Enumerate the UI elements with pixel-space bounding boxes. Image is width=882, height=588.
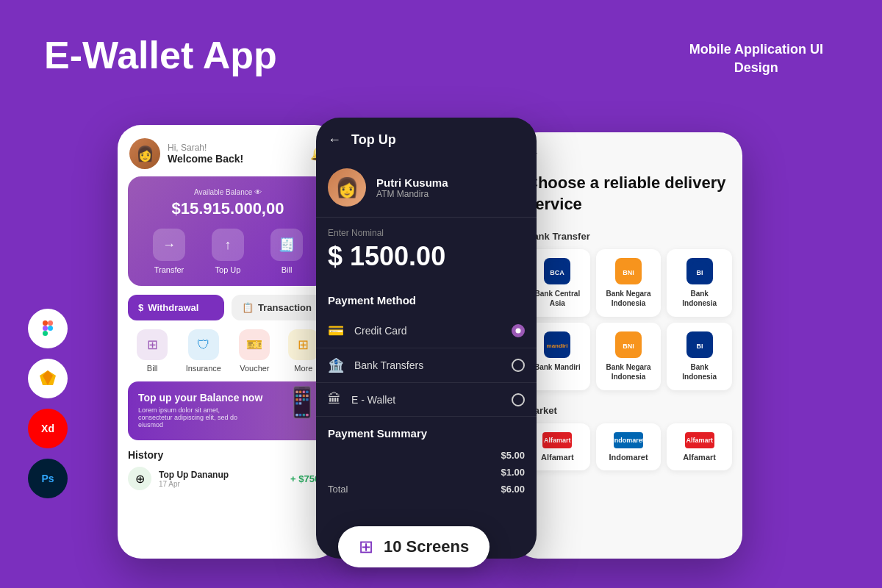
menu-row: ⊞ Bill 🛡 Insurance 🎫 Voucher ⊞ More xyxy=(128,329,328,373)
menu-more[interactable]: ⊞ More xyxy=(288,329,319,373)
svg-text:BCA: BCA xyxy=(551,269,565,276)
summary-value-total: $6.00 xyxy=(501,484,525,495)
sketch-icon xyxy=(28,359,68,398)
history-item: ⊕ Top Up Dananup 17 Apr + $750,0 xyxy=(128,467,328,490)
alfamart-logo-2: Alfamart xyxy=(685,432,714,448)
greeting-welcome: Welcome Back! xyxy=(168,153,310,165)
phone-topup: ← Top Up 👩 Putri Kusuma ATM Mandira Ente… xyxy=(316,118,537,559)
topup-user-name: Putri Kusuma xyxy=(376,176,448,189)
menu-voucher-icon: 🎫 xyxy=(239,329,270,360)
delivery-back-button[interactable]: ← xyxy=(514,132,742,167)
amount-label: Enter Nominal xyxy=(316,218,537,241)
back-button[interactable]: ← xyxy=(328,132,341,148)
greeting: Hi, Sarah! Welcome Back! xyxy=(168,143,310,165)
header-subtitle: Mobile Application UIDesign xyxy=(689,40,823,77)
bni-name-1: Bank Negara Indonesia xyxy=(602,289,656,308)
mandiri-name: Bank Mandiri xyxy=(534,362,581,372)
svg-text:BI: BI xyxy=(696,343,703,350)
withdrawal-button[interactable]: $ Withdrawal xyxy=(128,295,224,320)
history-item-icon: ⊕ xyxy=(128,467,151,490)
balance-card: Available Balance 👁 $15.915.000,00 → Tra… xyxy=(128,176,328,286)
topup-user-avatar: 👩 xyxy=(328,168,366,207)
transfer-icon: → xyxy=(153,229,185,261)
screens-badge-icon: ⊞ xyxy=(359,537,373,557)
withdrawal-label: Withdrawal xyxy=(148,302,198,313)
payment-method-title: Payment Method xyxy=(316,284,537,314)
topup-header: ← Top Up xyxy=(316,118,537,158)
svg-rect-2 xyxy=(43,326,48,331)
credit-card-icon: 💳 xyxy=(328,323,344,339)
history-item-info: Top Up Dananup 17 Apr xyxy=(159,470,283,488)
header-title: E-Wallet App xyxy=(44,33,277,77)
menu-bill-label: Bill xyxy=(147,364,158,373)
history-title: History xyxy=(128,449,328,461)
summary-label-total: Total xyxy=(328,484,348,495)
menu-voucher[interactable]: 🎫 Voucher xyxy=(239,329,270,373)
bank-transfer-icon: 🏦 xyxy=(328,357,344,373)
transaction-label: Transaction xyxy=(258,302,312,313)
menu-insurance-icon: 🛡 xyxy=(188,329,219,360)
bank-card-bi-2[interactable]: BI Bank Indonesia xyxy=(667,323,732,390)
greeting-hi: Hi, Sarah! xyxy=(168,143,310,153)
menu-bill[interactable]: ⊞ Bill xyxy=(137,329,168,373)
topup-button[interactable]: ↑ Top Up xyxy=(212,229,244,274)
bank-card-bi[interactable]: BI Bank Indonesia xyxy=(667,249,732,317)
withdrawal-icon: $ xyxy=(138,302,143,313)
bank-card-bni[interactable]: BNI Bank Negara Indonesia xyxy=(596,249,662,317)
method-credit-card[interactable]: 💳 Credit Card xyxy=(316,314,537,348)
svg-rect-0 xyxy=(43,320,48,326)
promo-banner[interactable]: Top up your Balance now Lorem ipsum dolo… xyxy=(128,381,328,440)
bank-transfer-radio[interactable] xyxy=(512,359,525,372)
bill-button[interactable]: 🧾 Bill xyxy=(270,229,303,274)
indomaret-logo: Indomaret xyxy=(614,432,643,448)
svg-text:BNI: BNI xyxy=(623,269,634,276)
method-ewallet[interactable]: 🏛 E - Wallet xyxy=(316,383,537,417)
menu-voucher-label: Voucher xyxy=(240,364,269,373)
phone-home: 👩 Hi, Sarah! Welcome Back! 🔔 Available B… xyxy=(118,125,338,559)
svg-text:BNI: BNI xyxy=(623,343,634,350)
bank-transfer-label: Bank Transfers xyxy=(354,359,501,371)
bni-name-2: Bank Negara Indonesia xyxy=(602,362,656,381)
bi-name-2: Bank Indonesia xyxy=(673,362,726,381)
markets-grid: Alfamart Alfamart Indomaret Indomaret Al… xyxy=(525,423,732,470)
bi-logo: BI xyxy=(686,258,713,284)
bni-logo-2: BNI xyxy=(615,331,642,358)
svg-text:BI: BI xyxy=(696,269,703,276)
tool-icons-group: Xd Ps xyxy=(28,309,68,498)
history-item-date: 17 Apr xyxy=(159,480,283,488)
screens-badge-text: 10 Screens xyxy=(384,537,469,556)
alfamart-name-1: Alfamart xyxy=(541,453,574,462)
ewallet-label: E - Wallet xyxy=(351,394,501,406)
xd-icon: Xd xyxy=(28,409,68,448)
market-indomaret[interactable]: Indomaret Indomaret xyxy=(596,423,662,470)
transaction-button[interactable]: 📋 Transaction xyxy=(232,295,328,320)
market-alfamart-2[interactable]: Alfamart Alfamart xyxy=(667,423,732,470)
screens-badge: ⊞ 10 Screens xyxy=(338,526,490,567)
balance-label: Available Balance 👁 xyxy=(140,188,316,196)
balance-amount: $15.915.000,00 xyxy=(140,199,316,218)
amount-value: $ 1500.00 xyxy=(316,241,537,284)
transfer-button[interactable]: → Transfer xyxy=(153,229,185,274)
bi-logo-2: BI xyxy=(686,331,713,358)
ps-icon: Ps xyxy=(28,459,68,498)
ewallet-radio[interactable] xyxy=(512,393,525,406)
bca-name: Bank Central Asia xyxy=(531,289,584,308)
bank-card-bni-2[interactable]: BNI Bank Negara Indonesia xyxy=(596,323,662,390)
topup-user-bank: ATM Mandira xyxy=(376,189,448,199)
banner-subtitle: Lorem ipsum dolor sit amet, consectetur … xyxy=(138,406,256,429)
topup-title: Top Up xyxy=(351,132,396,148)
screens-area: 👩 Hi, Sarah! Welcome Back! 🔔 Available B… xyxy=(118,125,860,581)
market-section-label: Market xyxy=(514,401,742,423)
svg-rect-1 xyxy=(48,320,53,326)
summary-row-2: $1.00 xyxy=(316,464,537,481)
credit-card-radio[interactable] xyxy=(512,324,525,337)
menu-insurance[interactable]: 🛡 Insurance xyxy=(186,329,221,373)
bank-transfer-section-label: Bank Transfer xyxy=(514,226,742,249)
topup-icon: ↑ xyxy=(212,229,244,261)
method-bank-transfer[interactable]: 🏦 Bank Transfers xyxy=(316,348,537,383)
indomaret-name: Indomaret xyxy=(609,453,648,462)
phone-delivery: ← Choose a reliable delivery service Ban… xyxy=(514,132,742,559)
menu-more-icon: ⊞ xyxy=(288,329,319,360)
svg-point-4 xyxy=(48,326,53,331)
svg-rect-3 xyxy=(43,331,48,336)
